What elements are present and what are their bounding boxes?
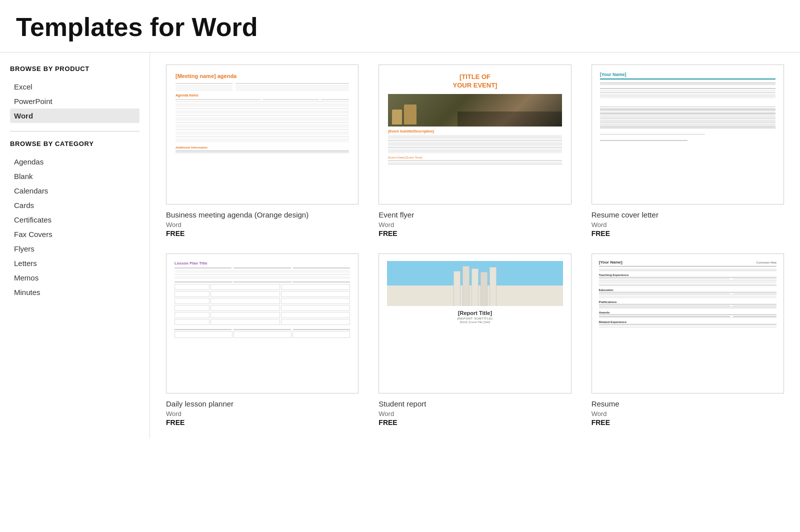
content-area: [Meeting name] agenda	[150, 52, 800, 438]
template-thumbnail-cover-letter: [Your Name]	[592, 64, 784, 204]
template-name-lesson: Daily lesson planner	[166, 398, 358, 409]
template-card-lesson[interactable]: Lesson Plan Title	[166, 254, 358, 426]
browse-by-product-heading: BROWSE BY PRODUCT	[10, 64, 140, 74]
sidebar-item-powerpoint[interactable]: PowerPoint	[10, 94, 140, 108]
template-card-agenda[interactable]: [Meeting name] agenda	[166, 64, 358, 238]
sidebar-item-flyers[interactable]: Flyers	[10, 242, 140, 256]
sidebar-item-letters[interactable]: Letters	[10, 256, 140, 270]
template-product-agenda: Word	[166, 221, 358, 228]
sidebar-item-cards[interactable]: Cards	[10, 198, 140, 212]
template-product-lesson: Word	[166, 410, 358, 418]
template-card-report[interactable]: [Report Title] [REPORT SUBTITLE] [Name] …	[378, 254, 571, 426]
template-name-resume: Resume	[592, 398, 784, 409]
template-price-lesson: FREE	[166, 418, 358, 426]
template-name-report: Student report	[378, 398, 571, 409]
template-card-cover-letter[interactable]: [Your Name]	[592, 64, 784, 238]
template-name-agenda: Business meeting agenda (Orange design)	[166, 210, 358, 220]
sidebar-item-memos[interactable]: Memos	[10, 270, 140, 285]
template-thumbnail-resume: [Your Name] Curriculum Vitae Teaching Ex…	[592, 254, 784, 394]
template-name-cover-letter: Resume cover letter	[592, 210, 784, 220]
template-name-event: Event flyer	[378, 210, 571, 220]
template-product-cover-letter: Word	[592, 221, 784, 228]
page-title: Templates for Word	[0, 0, 800, 52]
browse-by-category-heading: BROWSE BY CATEGORY	[10, 140, 140, 148]
sidebar-item-calendars[interactable]: Calendars	[10, 184, 140, 198]
template-price-agenda: FREE	[166, 230, 358, 238]
sidebar: BROWSE BY PRODUCT Excel PowerPoint Word …	[0, 52, 150, 438]
template-price-event: FREE	[378, 230, 571, 238]
sidebar-item-blank[interactable]: Blank	[10, 169, 140, 184]
sidebar-item-word[interactable]: Word	[10, 108, 140, 123]
sidebar-item-minutes[interactable]: Minutes	[10, 285, 140, 300]
template-price-cover-letter: FREE	[592, 230, 784, 238]
sidebar-item-agendas[interactable]: Agendas	[10, 154, 140, 169]
template-grid: [Meeting name] agenda	[166, 64, 784, 426]
template-card-event[interactable]: [TITLE OFYOUR EVENT] [Event Subtitle/Des…	[378, 64, 571, 238]
template-price-report: FREE	[378, 418, 571, 426]
template-product-event: Word	[378, 221, 571, 228]
template-product-report: Word	[378, 410, 571, 418]
template-price-resume: FREE	[592, 418, 784, 426]
template-card-resume[interactable]: [Your Name] Curriculum Vitae Teaching Ex…	[592, 254, 784, 426]
template-thumbnail-lesson: Lesson Plan Title	[166, 254, 358, 394]
sidebar-item-fax-covers[interactable]: Fax Covers	[10, 227, 140, 242]
template-thumbnail-report: [Report Title] [REPORT SUBTITLE] [Name] …	[378, 254, 571, 394]
template-thumbnail-agenda: [Meeting name] agenda	[166, 64, 358, 204]
sidebar-divider	[10, 131, 140, 132]
sidebar-item-excel[interactable]: Excel	[10, 80, 140, 94]
template-thumbnail-event: [TITLE OFYOUR EVENT] [Event Subtitle/Des…	[378, 64, 571, 204]
template-product-resume: Word	[592, 410, 784, 418]
sidebar-item-certificates[interactable]: Certificates	[10, 212, 140, 227]
